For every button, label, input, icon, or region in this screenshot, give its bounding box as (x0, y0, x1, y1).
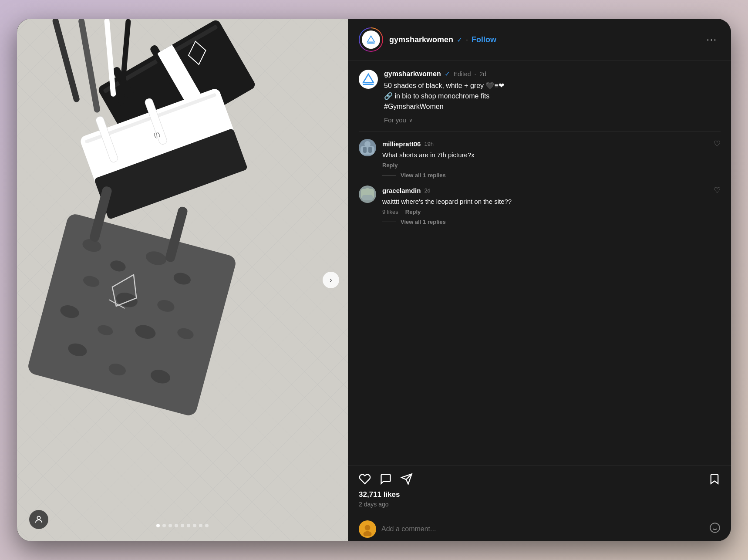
svg-rect-53 (363, 147, 367, 153)
comment-username-2[interactable]: gracelamdin (382, 187, 421, 194)
post-time: 2 days ago (359, 501, 721, 508)
user-icon-button[interactable] (29, 510, 48, 529)
replies-line-2 (382, 222, 396, 222)
reply-button-2[interactable]: Reply (405, 209, 421, 215)
comment-username-1[interactable]: milliepratt06 (382, 140, 421, 148)
comment-body-2: gracelamdin 2d ♡ waitttt where's the leo… (382, 186, 721, 225)
add-comment-row (359, 514, 721, 538)
comment-text-2: waitttt where's the leopard print on the… (382, 197, 721, 206)
likes-count: 32,711 likes (359, 490, 721, 499)
comments-panel: gymsharkwomen ✓ · Follow ··· (348, 19, 731, 541)
emoji-button[interactable] (709, 522, 721, 536)
commenter-avatar-1[interactable] (359, 139, 376, 156)
caption-username[interactable]: gymsharkwomen (384, 70, 441, 78)
view-replies-1[interactable]: View all 1 replies (382, 172, 721, 179)
svg-point-52 (364, 141, 371, 147)
replies-line (382, 175, 396, 175)
comments-scroll-area[interactable]: gymsharkwomen ✓ Edited · 2d 50 shades of… (348, 61, 731, 466)
gymshark-logo (362, 30, 380, 49)
comment-text-1: What shorts are in 7th picture?x (382, 150, 721, 159)
dot-2 (162, 524, 166, 527)
commenter-avatar-2[interactable] (359, 186, 376, 203)
dot-3 (168, 524, 172, 527)
caption-content: gymsharkwomen ✓ Edited · 2d 50 shades of… (384, 70, 721, 124)
dot-7 (193, 524, 196, 527)
svg-rect-57 (362, 195, 373, 200)
chevron-down-icon: ∨ (409, 117, 413, 123)
follow-button[interactable]: Follow (472, 35, 496, 44)
comment-meta-1: milliepratt06 19h ♡ (382, 139, 721, 148)
comments-divider (359, 132, 721, 132)
dot-9 (205, 524, 209, 527)
image-dots-indicator (156, 524, 209, 527)
comment-time-2: 2d (424, 187, 430, 194)
svg-point-64 (710, 523, 720, 533)
for-you-dropdown[interactable]: For you ∨ (384, 116, 721, 124)
comment-actions-2: 9 likes Reply (382, 209, 721, 215)
dot-8 (199, 524, 202, 527)
caption-meta: gymsharkwomen ✓ Edited · 2d (384, 70, 721, 78)
header-username[interactable]: gymsharkwomen (389, 35, 453, 44)
comment-input[interactable] (381, 525, 704, 533)
dot-1 (156, 524, 160, 527)
comment-like-button-1[interactable]: ♡ (714, 139, 721, 148)
view-replies-text-1: View all 1 replies (401, 172, 446, 179)
comment-meta-2: gracelamdin 2d ♡ (382, 186, 721, 195)
verified-badge: ✓ (457, 36, 462, 44)
share-button[interactable] (401, 473, 413, 485)
caption-edited: Edited (454, 71, 471, 78)
next-image-button[interactable]: › (323, 272, 339, 288)
header-username-area: gymsharkwomen ✓ · Follow (389, 35, 697, 44)
svg-point-62 (365, 525, 371, 530)
comment-item: milliepratt06 19h ♡ What shorts are in 7… (359, 139, 721, 179)
comment-button[interactable] (380, 473, 392, 485)
current-user-avatar (359, 520, 376, 538)
comment-body-1: milliepratt06 19h ♡ What shorts are in 7… (382, 139, 721, 179)
view-replies-2[interactable]: View all 1 replies (382, 219, 721, 225)
dot-6 (187, 524, 190, 527)
post-caption-block: gymsharkwomen ✓ Edited · 2d 50 shades of… (359, 70, 721, 124)
like-button[interactable] (359, 473, 371, 485)
svg-rect-54 (368, 147, 372, 153)
comment-item-2: gracelamdin 2d ♡ waitttt where's the leo… (359, 186, 721, 225)
post-actions-bar: 32,711 likes 2 days ago (348, 466, 731, 541)
svg-point-41 (37, 516, 40, 520)
view-replies-text-2: View all 1 replies (401, 219, 446, 225)
post-image-panel: ⟨/⟩ (17, 19, 348, 541)
comment-actions-1: Reply (382, 162, 721, 169)
dot-4 (175, 524, 178, 527)
bookmark-button[interactable] (708, 473, 721, 485)
svg-point-58 (364, 188, 371, 195)
caption-verified: ✓ (445, 70, 450, 78)
caption-time: 2d (479, 71, 486, 78)
caption-avatar[interactable] (359, 70, 378, 89)
profile-avatar-ring[interactable] (359, 27, 383, 52)
dot-5 (181, 524, 184, 527)
post-image: ⟨/⟩ (17, 19, 348, 541)
for-you-label: For you (384, 116, 406, 124)
instagram-post-modal: ⟨/⟩ (17, 19, 731, 541)
post-header: gymsharkwomen ✓ · Follow ··· (348, 19, 731, 61)
comment-likes-2: 9 likes (382, 209, 398, 215)
comment-like-button-2[interactable]: ♡ (714, 186, 721, 195)
reply-button-1[interactable]: Reply (382, 162, 398, 169)
caption-text: 50 shades of black, white + grey 🖤≡❤🔗 in… (384, 81, 721, 112)
action-icons-row (359, 473, 721, 485)
more-options-button[interactable]: ··· (703, 32, 721, 47)
comment-time-1: 19h (424, 141, 434, 147)
